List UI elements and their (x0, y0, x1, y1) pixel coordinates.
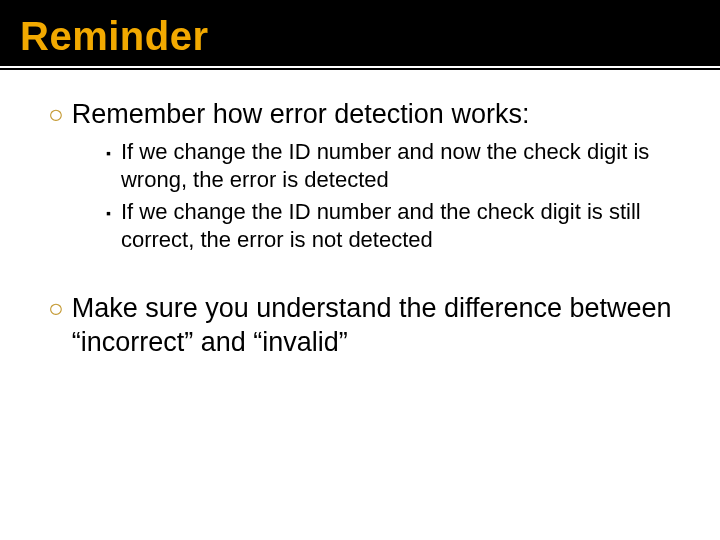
bullet-text: Make sure you understand the difference … (72, 292, 672, 360)
square-bullet-icon: ▪ (106, 142, 111, 164)
slide-title: Reminder (20, 14, 720, 58)
circle-bullet-icon: ○ (48, 99, 64, 130)
subbullet-text: If we change the ID number and now the c… (121, 138, 672, 194)
sublist: ▪ If we change the ID number and now the… (106, 138, 672, 255)
square-bullet-icon: ▪ (106, 202, 111, 224)
bullet-text: Remember how error detection works: (72, 98, 530, 132)
bullet-level2: ▪ If we change the ID number and the che… (106, 198, 672, 254)
title-band: Reminder (0, 0, 720, 68)
subbullet-text: If we change the ID number and the check… (121, 198, 672, 254)
bullet-level2: ▪ If we change the ID number and now the… (106, 138, 672, 194)
circle-bullet-icon: ○ (48, 293, 64, 324)
slide: Reminder ○ Remember how error detection … (0, 0, 720, 540)
spacer (48, 282, 672, 292)
slide-body: ○ Remember how error detection works: ▪ … (0, 70, 720, 360)
bullet-level1: ○ Remember how error detection works: (48, 98, 672, 132)
bullet-level1: ○ Make sure you understand the differenc… (48, 292, 672, 360)
